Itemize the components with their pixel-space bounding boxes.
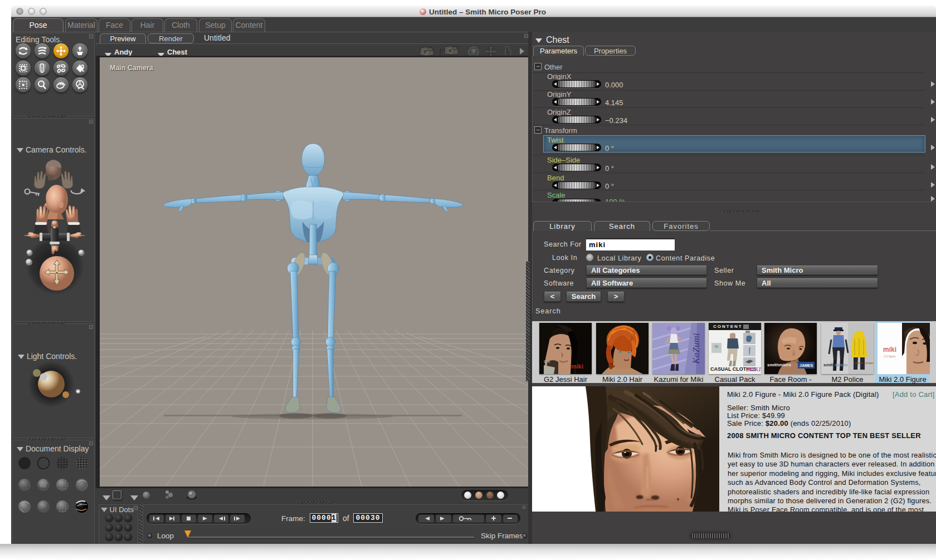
svg-text:MIKI: MIKI — [746, 366, 761, 372]
svg-text:smithmicro: smithmicro — [823, 362, 847, 367]
svg-text:miki: miki — [883, 346, 896, 353]
svg-text:miki: miki — [571, 363, 583, 370]
svg-text:JAMES: JAMES — [800, 363, 813, 367]
svg-text:▧▧: ▧▧ — [544, 360, 550, 363]
svg-text:2.0 figure: 2.0 figure — [884, 355, 896, 358]
svg-text:KaZumi: KaZumi — [691, 333, 701, 364]
svg-text:poser content: poser content — [855, 361, 874, 365]
svg-text:CONTENT: CONTENT — [713, 324, 743, 329]
svg-text:smithmicro: smithmicro — [767, 362, 791, 367]
